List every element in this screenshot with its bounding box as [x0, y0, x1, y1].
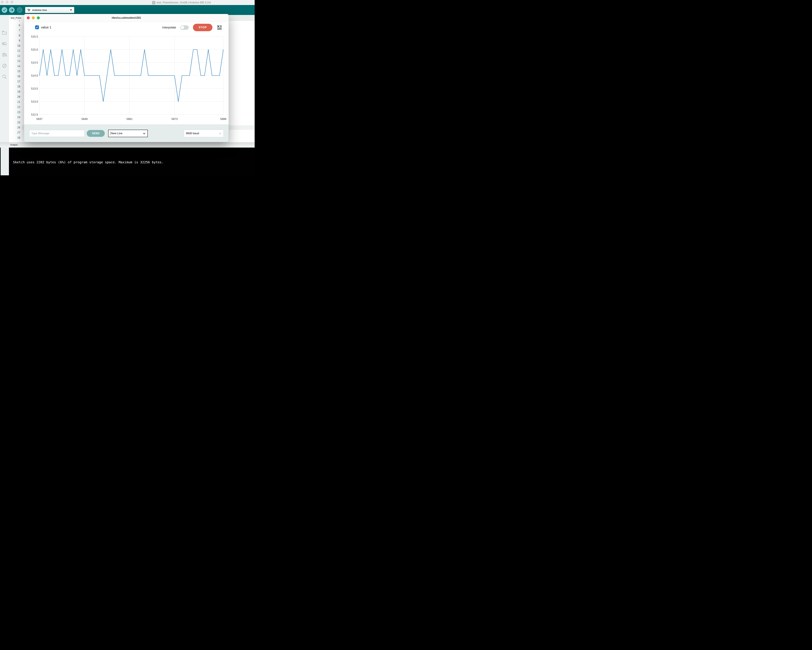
send-button[interactable]: SEND — [87, 130, 105, 137]
line-number: 12 — [11, 54, 20, 58]
check-icon — [36, 26, 38, 29]
main-toolbar: Arduino Uno — [0, 5, 255, 15]
start-debugging-button[interactable] — [17, 7, 23, 13]
svg-text:515.5: 515.5 — [31, 35, 38, 38]
line-number: 24 — [11, 115, 20, 120]
line-number: 18 — [11, 84, 20, 89]
message-input[interactable] — [29, 130, 84, 137]
line-number: 16 — [11, 74, 20, 79]
line-number: 28 — [11, 135, 20, 140]
boards-manager-icon[interactable] — [1, 41, 8, 47]
line-number: 22 — [11, 104, 20, 110]
legend-label: value 1 — [41, 26, 52, 29]
arduino-logo-icon: ∞ — [152, 1, 156, 5]
plot-chart[interactable]: 512.5513.0513.5514.0514.5515.0515.558375… — [24, 32, 229, 138]
plotter-controls: Interpolate STOP — [162, 24, 222, 31]
window-title-text: test_PulseSensor_Oct28 | Arduino IDE 2.3… — [157, 1, 211, 4]
activity-sidebar — [0, 15, 9, 148]
output-console[interactable]: Sketch uses 2202 bytes (6%) of program s… — [9, 148, 255, 175]
debug-play-icon — [17, 7, 23, 13]
clear-list-icon[interactable] — [217, 25, 222, 30]
line-number: 19 — [11, 89, 20, 94]
line-number: 6 — [11, 23, 20, 28]
search-icon[interactable] — [1, 74, 8, 80]
line-number: 13 — [11, 58, 20, 64]
library-manager-icon[interactable] — [1, 52, 8, 58]
chevron-down-icon — [219, 133, 221, 135]
console-left-gutter — [0, 148, 9, 175]
plotter-bottom-bar: SEND New Line 9600 baud — [24, 124, 229, 142]
serial-plotter-window: /dev/cu.usbmodem1301 value 1 Interpolate… — [24, 14, 229, 142]
line-number: 25 — [11, 120, 20, 125]
svg-text:5873: 5873 — [171, 118, 178, 121]
line-number: 14 — [11, 64, 20, 69]
interpolate-label: Interpolate — [162, 26, 176, 29]
line-number: 10 — [11, 43, 20, 48]
svg-text:512.5: 512.5 — [31, 113, 38, 116]
plotter-titlebar[interactable]: /dev/cu.usbmodem1301 — [24, 14, 229, 22]
line-number: 9 — [11, 38, 20, 43]
upload-button[interactable] — [9, 7, 15, 13]
sketchbook-folder-icon[interactable] — [1, 29, 8, 36]
svg-text:5837: 5837 — [37, 118, 43, 121]
window-minimize-button[interactable] — [6, 1, 8, 3]
ide-titlebar: ∞ test_PulseSensor_Oct28 | Arduino IDE 2… — [0, 0, 255, 5]
check-icon — [2, 7, 7, 13]
value1-checkbox[interactable] — [35, 25, 39, 29]
svg-text:513.5: 513.5 — [31, 87, 38, 90]
line-number: 17 — [11, 79, 20, 84]
verify-button[interactable] — [2, 7, 7, 13]
right-arrow-icon — [9, 7, 15, 13]
line-number: 7 — [11, 28, 20, 33]
line-number: 15 — [11, 69, 20, 74]
console-left-edge — [0, 148, 1, 175]
chevron-down-icon — [143, 133, 145, 135]
tab-label: test_Pulse — [11, 17, 21, 19]
board-selector-label: Arduino Uno — [32, 9, 68, 11]
line-number: 11 — [11, 48, 20, 53]
toggle-knob — [181, 26, 184, 29]
plotter-title: /dev/cu.usbmodem1301 — [24, 14, 229, 22]
arduino-ide-screen: 5678910111213141516171819202122232425262… — [0, 0, 255, 175]
board-port-selector[interactable]: Arduino Uno — [25, 7, 74, 13]
line-number: 20 — [11, 94, 20, 99]
svg-text:5886: 5886 — [220, 118, 226, 121]
svg-text:5861: 5861 — [127, 118, 133, 121]
svg-text:513.0: 513.0 — [31, 100, 38, 103]
usb-icon — [27, 8, 30, 12]
line-number: 26 — [11, 125, 20, 130]
line-number: 21 — [11, 99, 20, 104]
legend-item-value1[interactable]: value 1 — [35, 25, 52, 29]
svg-text:514.5: 514.5 — [31, 61, 38, 64]
window-zoom-button[interactable] — [11, 1, 13, 3]
svg-text:515.0: 515.0 — [31, 48, 38, 51]
line-number-gutter: 5678910111213141516171819202122232425262… — [9, 15, 22, 142]
console-line: Sketch uses 2202 bytes (6%) of program s… — [13, 159, 255, 165]
window-title: ∞ test_PulseSensor_Oct28 | Arduino IDE 2… — [152, 1, 211, 5]
text-cursor — [110, 132, 111, 135]
output-panel-title: Output — [10, 143, 18, 146]
svg-text:5849: 5849 — [81, 118, 87, 121]
window-close-button[interactable] — [1, 1, 3, 3]
stop-button[interactable]: STOP — [193, 24, 212, 31]
line-number: 23 — [11, 110, 20, 115]
line-number: 27 — [11, 130, 20, 135]
svg-text:514.0: 514.0 — [31, 74, 38, 77]
debug-icon[interactable] — [1, 63, 8, 69]
interpolate-toggle[interactable] — [180, 25, 189, 30]
baud-rate-select[interactable]: 9600 baud — [184, 130, 224, 137]
line-ending-select[interactable]: New Line — [108, 130, 148, 137]
output-panel-header: Output — [0, 142, 255, 148]
chevron-down-icon — [70, 9, 72, 11]
line-ending-value: New Line — [110, 132, 143, 135]
line-number: 8 — [11, 33, 20, 38]
baud-rate-value: 9600 baud — [186, 132, 219, 135]
